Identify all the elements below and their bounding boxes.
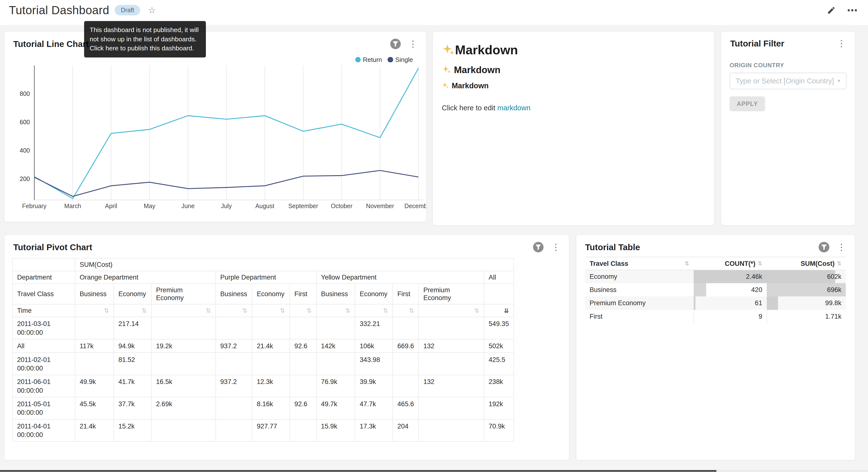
- pivot-cell: [151, 353, 216, 375]
- unpublished-tooltip[interactable]: This dashboard is not published, it will…: [84, 21, 206, 57]
- card-header: Tutorial Line Chart ⋮: [4, 32, 426, 51]
- apply-button[interactable]: APPLY: [730, 96, 765, 111]
- pivot-row-header: 2011-05-01 00:00:00: [12, 397, 75, 419]
- sort-icon[interactable]: ⇅: [418, 304, 484, 317]
- pivot-class-header: Economy: [252, 284, 290, 304]
- pivot-table: SUM(Cost)DepartmentOrange DepartmentPurp…: [12, 258, 514, 442]
- pivot-cell: 117k: [75, 339, 114, 353]
- pivot-cell: 92.6: [290, 397, 316, 419]
- select-placeholder: Type or Select [Origin Country]: [736, 77, 834, 85]
- pivot-cell: [393, 353, 418, 375]
- filter-indicator-icon[interactable]: [390, 39, 401, 49]
- markdown-edit-link[interactable]: markdown: [497, 104, 531, 112]
- pivot-cell: [216, 397, 252, 419]
- draft-badge[interactable]: Draft: [115, 5, 140, 16]
- sort-icon[interactable]: ⇅: [114, 304, 151, 317]
- table-cell-count: 9: [694, 310, 767, 323]
- sort-icon[interactable]: ⇅: [252, 304, 290, 317]
- cell-value: 61: [755, 299, 762, 307]
- pivot-cell: [252, 317, 290, 339]
- pivot-metric-header: SUM(Cost): [75, 258, 514, 271]
- pivot-cell: [75, 353, 114, 375]
- kebab-menu-icon[interactable]: ⋮: [550, 243, 562, 252]
- pivot-cell: 8.16k: [252, 397, 290, 419]
- markdown-h2: Markdown: [442, 65, 705, 75]
- svg-text:February: February: [22, 203, 47, 209]
- pivot-class-header: Economy: [355, 284, 393, 304]
- kebab-menu-icon[interactable]: ⋮: [835, 39, 847, 48]
- pivot-time-label: Time: [12, 304, 75, 317]
- markdown-h1: Markdown: [442, 42, 705, 57]
- pivot-cell: 217.14: [114, 317, 151, 339]
- pivot-cell: 2.69k: [151, 397, 216, 419]
- filter-indicator-icon[interactable]: [533, 242, 544, 253]
- sort-icon[interactable]: ⇅: [837, 260, 841, 267]
- pivot-class-header: Economy: [114, 284, 151, 304]
- pivot-cell: 39.9k: [355, 375, 393, 397]
- pivot-cell: 94.9k: [114, 339, 151, 353]
- pivot-class-header: First: [393, 284, 418, 304]
- pivot-class-header: Business: [216, 284, 252, 304]
- sort-icon[interactable]: ⇅: [758, 260, 763, 267]
- pivot-cell: [316, 317, 355, 339]
- svg-text:May: May: [144, 203, 156, 209]
- markdown-paragraph: Click here to edit markdown: [442, 104, 705, 112]
- sort-icon[interactable]: ⇅: [685, 260, 689, 267]
- pivot-chart-card: Tutorial Pivot Chart ⋮ SUM(Cost)Departme…: [4, 235, 569, 460]
- pivot-cell: 76.9k: [316, 375, 355, 397]
- table-cell-sum: 602k: [767, 270, 846, 283]
- table-column-header[interactable]: COUNT(*)⇅: [694, 257, 767, 270]
- table-column-header[interactable]: SUM(Cost)⇅: [767, 257, 846, 270]
- pivot-cell: [216, 353, 252, 375]
- pivot-cell: 465.6: [393, 397, 418, 419]
- svg-text:August: August: [255, 203, 274, 209]
- kebab-menu-icon[interactable]: ⋮: [407, 40, 419, 49]
- star-icon[interactable]: ☆: [148, 5, 156, 16]
- card-header: Tutorial Table ⋮: [576, 235, 855, 255]
- pivot-row: 2011-06-01 00:00:0049.9k41.7k16.5k937.21…: [12, 375, 514, 397]
- pivot-class-header: Business: [316, 284, 355, 304]
- pivot-cell: 21.4k: [75, 419, 114, 442]
- sparkles-icon: [442, 43, 455, 57]
- sort-icon[interactable]: ⇅: [316, 304, 355, 317]
- sparkles-icon: [442, 65, 451, 75]
- pivot-cell: 238k: [484, 375, 514, 397]
- filter-indicator-icon[interactable]: [818, 242, 829, 253]
- table-cell-sum: 99.8k: [767, 296, 846, 309]
- table-cell-travel-class: First: [585, 310, 694, 323]
- dashboard-page: Tutorial Dashboard Draft ☆ ⋯ This dashbo…: [0, 0, 868, 472]
- sort-icon[interactable]: ⇅: [216, 304, 252, 317]
- origin-country-select[interactable]: Type or Select [Origin Country] ▾: [730, 72, 846, 89]
- edit-icon[interactable]: [827, 6, 836, 15]
- kebab-menu-icon[interactable]: ⋮: [835, 243, 847, 252]
- pivot-cell: 92.6: [290, 339, 316, 353]
- pivot-class-header: Premium Economy: [151, 284, 216, 304]
- column-header-label: Travel Class: [590, 260, 628, 268]
- sort-icon[interactable]: ⇅: [75, 304, 114, 317]
- table-cell-count: 2.46k: [694, 270, 767, 283]
- sort-icon[interactable]: ⇅: [393, 304, 418, 317]
- sort-icon[interactable]: ⇅: [151, 304, 216, 317]
- sort-icon[interactable]: ⇅: [290, 304, 316, 317]
- pivot-cell: 927.77: [252, 419, 290, 442]
- pivot-cell: 425.5: [484, 353, 514, 375]
- pivot-cell: 49.7k: [316, 397, 355, 419]
- cell-value: 9: [758, 313, 762, 320]
- pivot-cell: 49.9k: [75, 375, 114, 397]
- table-cell-sum: 1.71k: [767, 310, 846, 323]
- horizontal-scrollbar-thumb[interactable]: [0, 470, 716, 472]
- pivot-row: 2011-02-01 00:00:0081.52343.98425.5: [12, 353, 514, 375]
- pivot-cell: [418, 317, 484, 339]
- cell-value: 696k: [827, 286, 841, 293]
- table-column-header[interactable]: Travel Class⇅: [585, 257, 694, 270]
- pivot-table-wrapper: SUM(Cost)DepartmentOrange DepartmentPurp…: [12, 258, 561, 442]
- table-row: Business420696k: [585, 283, 846, 296]
- markdown-card: Markdown Markdown Markdown Click here to…: [433, 32, 714, 225]
- pivot-cell: 132: [418, 339, 484, 353]
- pivot-cell: 37.7k: [114, 397, 151, 419]
- horizontal-scrollbar-track[interactable]: [0, 470, 868, 472]
- sort-icon[interactable]: ⇅: [355, 304, 393, 317]
- sort-icon[interactable]: ⇊: [484, 304, 514, 317]
- more-horizontal-icon[interactable]: ⋯: [847, 4, 858, 17]
- pivot-cell: 21.4k: [252, 339, 290, 353]
